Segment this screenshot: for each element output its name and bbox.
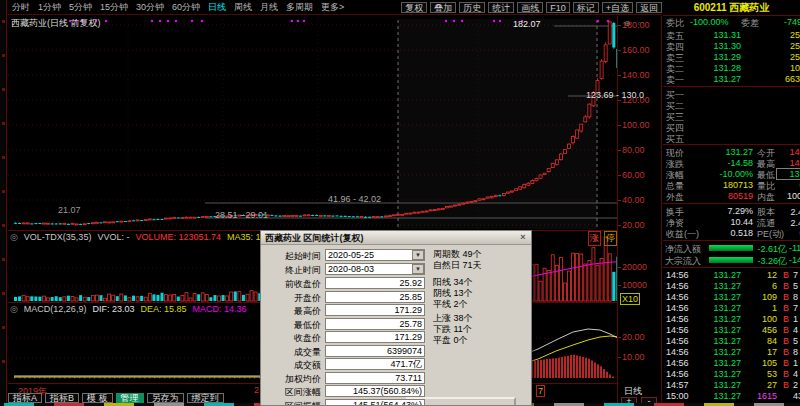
toolbar-button-历史[interactable]: 历史 — [459, 2, 485, 13]
quote-value: 80519 — [697, 191, 753, 201]
dropdown-arrow-icon[interactable]: ▼ — [412, 250, 424, 260]
macd-header-part-0: MACD(12,26,9) — [24, 304, 87, 314]
tick-price: 131.27 — [697, 292, 741, 302]
tick-side: B — [783, 336, 789, 346]
toolbar-button-统计[interactable]: 统计 — [488, 2, 514, 13]
period-tab-30分钟[interactable]: 30分钟 — [136, 1, 164, 14]
tick-price: 131.27 — [697, 358, 741, 368]
tick-extra: 5 — [793, 281, 798, 291]
stat-label: 阳线 — [433, 277, 454, 287]
toolbar-button-F10[interactable]: F10 — [546, 2, 570, 13]
period-tab-更多>[interactable]: 更多> — [321, 1, 344, 14]
quote-value: -14.58 — [697, 158, 753, 168]
stock-code: 600211 — [694, 2, 730, 13]
field-label-起始时间: 起始时间 — [261, 250, 321, 263]
bid-row: 买五 — [663, 133, 800, 144]
price-axis-label: 140.00 — [622, 70, 650, 80]
vol-header-part-0: VOL-TDX(35,35) — [24, 232, 92, 242]
toolbar-button-画线[interactable]: 画线 — [517, 2, 543, 13]
tick-extra: 7 — [793, 303, 798, 313]
toolbar-button-+自选[interactable]: +自选 — [602, 2, 633, 13]
field-input-区间振幅[interactable]: 145.51(564.43%) — [325, 399, 425, 406]
field-label-终止时间: 终止时间 — [261, 264, 321, 277]
weibi-label: 委比 — [666, 17, 684, 30]
period-tabs: 分时1分钟5分钟15分钟30分钟60分钟日线周线月线多周期更多> — [8, 1, 348, 14]
field-input-收盘价[interactable]: 171.29 — [325, 331, 425, 343]
toolbar-button-返回[interactable]: 返回 — [636, 2, 662, 13]
field-input-成交量[interactable]: 6399074 — [325, 345, 425, 357]
indicator-icon[interactable]: ◎ — [10, 304, 18, 314]
bottom-tab-指标A[interactable]: 指标A — [8, 393, 42, 403]
period-tab-分时[interactable]: 分时 — [12, 1, 30, 14]
price-axis-label: 80.00 — [622, 145, 645, 155]
period-tab-5分钟[interactable]: 5分钟 — [69, 1, 92, 14]
panel-divider — [663, 240, 800, 241]
dialog-field-row: 成交量6399074 — [261, 345, 461, 358]
dropdown-arrow-icon[interactable]: ▼ — [412, 264, 424, 274]
quote-value: 0.81 — [777, 180, 800, 190]
period-tab-15分钟[interactable]: 15分钟 — [100, 1, 128, 14]
field-input-加权均价[interactable]: 73.711 — [325, 372, 425, 384]
bottom-tab-绑定到[interactable]: 绑定到 — [187, 393, 224, 403]
tick-side: B — [783, 292, 789, 302]
panel-divider — [663, 144, 800, 145]
field-input-成交额[interactable]: 471.7亿 — [325, 358, 425, 370]
tick-side: B — [783, 369, 789, 379]
field-input-开盘价[interactable]: 25.85 — [325, 291, 425, 303]
peak-price-label: 182.07 — [513, 19, 541, 29]
bottom-tab-模 板[interactable]: 模 板 — [82, 393, 113, 403]
field-input-区间涨幅[interactable]: 145.37(560.84%) — [325, 385, 425, 397]
field-input-最高价[interactable]: 171.29 — [325, 304, 425, 316]
tick-row: 14:56131.2753B4 — [663, 369, 800, 380]
tick-time: 14:56 — [666, 292, 689, 302]
tick-side: B — [783, 347, 789, 357]
macd-indicator-header: ◎MACD(12,26,9)DIF: 23.03DEA: 15.85MACD: … — [10, 304, 252, 314]
stat-value: 2个 — [454, 299, 468, 309]
ask-row: 卖三131.29258 — [663, 52, 800, 63]
indicator-icon[interactable]: ◎ — [10, 232, 18, 242]
dialog-titlebar[interactable]: 西藏药业 区间统计(复权) — [261, 231, 531, 245]
candlestick-chart[interactable]: 西藏药业(日线 前复权) 182.07 123.69 - 130.0 41.96… — [8, 16, 617, 230]
quote-value: 7.29% — [697, 206, 753, 216]
field-input-前收盘价[interactable]: 25.92 — [325, 277, 425, 289]
left-toolbar-glyph — [2, 360, 5, 363]
left-edge-toolbar[interactable] — [0, 0, 7, 406]
left-toolbar-glyph — [2, 54, 5, 57]
period-tab-多周期[interactable]: 多周期 — [286, 1, 313, 14]
tick-extra: 8 — [793, 347, 798, 357]
tick-extra: 4 — [793, 369, 798, 379]
toolbar-button-标记[interactable]: 标记 — [573, 2, 599, 13]
period-tab-月线[interactable]: 月线 — [260, 1, 278, 14]
field-input-最低价[interactable]: 25.78 — [325, 318, 425, 330]
field-input-终止时间[interactable]: 2020-08-03 — [325, 263, 425, 275]
bottom-tab-指标B[interactable]: 指标B — [45, 393, 79, 403]
close-icon[interactable]: × — [517, 232, 529, 244]
trading-app-window: 分时1分钟5分钟15分钟30分钟60分钟日线周线月线多周期更多> 复权叠加历史统… — [0, 0, 800, 406]
tick-price: 131.27 — [697, 314, 741, 324]
tick-side: B — [783, 314, 789, 324]
tick-volume: 1615 — [743, 391, 777, 401]
price-axis-label: 180.00 — [622, 20, 650, 30]
quote-panel: 600211 西藏药业 委比-100.00%委差-7492卖五131.31258… — [663, 0, 800, 403]
price-axis-label: 20.00 — [622, 220, 645, 230]
stat-value: 13个 — [454, 288, 473, 298]
period-tab-日线[interactable]: 日线 — [208, 1, 226, 14]
toolbar-button-复权[interactable]: 复权 — [401, 2, 427, 13]
axis-gutter: ⊕ ▫ 日线 + - 180.00160.00140.00120.00100.0… — [617, 16, 662, 406]
left-toolbar-glyph — [2, 20, 5, 23]
period-tab-周线[interactable]: 周线 — [234, 1, 252, 14]
tick-row: 14:56131.271B7 — [663, 303, 800, 314]
bottom-tab-另存为[interactable]: 另存为 — [147, 393, 184, 403]
period-tab-60分钟[interactable]: 60分钟 — [172, 1, 200, 14]
bottom-tab-管理[interactable]: 管理 — [116, 393, 144, 403]
stat-value: 38个 — [454, 313, 473, 323]
left-toolbar-glyph — [2, 292, 5, 295]
volume-axis-label: 10000 — [622, 280, 647, 290]
period-tab-1分钟[interactable]: 1分钟 — [38, 1, 61, 14]
quote-row: 涨幅-10.00%最低131.27 — [663, 169, 800, 180]
tick-side: B — [783, 358, 789, 368]
field-input-起始时间[interactable]: 2020-05-25 — [325, 249, 425, 261]
dialog-field-row: 开盘价25.85 — [261, 291, 461, 304]
toolbar-button-叠加[interactable]: 叠加 — [430, 2, 456, 13]
quote-row: 收益(一)0.518PE(动)63.3 — [663, 228, 800, 239]
